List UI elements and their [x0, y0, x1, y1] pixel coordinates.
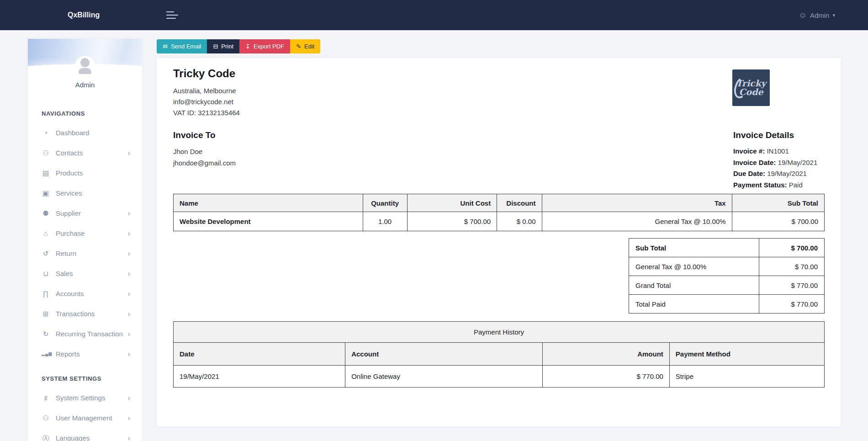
- sidebar-item-purchase[interactable]: ⌂ Purchase ›: [28, 223, 142, 243]
- accounts-icon: ∏: [42, 290, 50, 297]
- sidebar-item-supplier[interactable]: ⚉ Supplier ›: [28, 203, 142, 223]
- admin-dropdown-label: Admin: [810, 11, 830, 19]
- col-header-account: Account: [345, 343, 543, 366]
- caret-down-icon: ▾: [832, 12, 835, 18]
- col-header-unit-cost: Unit Cost: [407, 194, 497, 212]
- sidebar-item-transactions[interactable]: ⊞ Transactions ›: [28, 303, 142, 324]
- payment-date: 19/May/2021: [174, 366, 345, 388]
- col-header-amount: Amount: [542, 343, 669, 366]
- sidebar-item-accounts[interactable]: ∏ Accounts ›: [28, 283, 142, 303]
- payment-amount: $ 770.00: [542, 366, 669, 388]
- top-navbar: QxBilling ☺ Admin ▾: [0, 0, 868, 30]
- item-name: Website Development: [174, 212, 363, 231]
- sidebar-item-products[interactable]: ▤ Products: [28, 163, 142, 183]
- sidebar-item-contacts[interactable]: ⚇ Contacts ›: [28, 143, 142, 163]
- col-header-quantity: Quantity: [363, 194, 407, 212]
- contacts-icon: ⚇: [42, 149, 50, 156]
- payment-history-table: Payment History Date Account Amount Paym…: [173, 321, 825, 388]
- sidebar-item-sales[interactable]: ⊔ Sales ›: [28, 263, 142, 283]
- export-pdf-icon: ↧: [245, 43, 250, 49]
- supplier-icon: ⚉: [42, 210, 50, 217]
- edit-icon: ✎: [296, 43, 301, 49]
- purchase-icon: ⌂: [42, 230, 50, 237]
- item-row: Website Development 1.00 $ 700.00 $ 0.00…: [174, 212, 825, 231]
- sales-icon: ⊔: [42, 270, 50, 277]
- chevron-right-icon: ›: [127, 414, 130, 422]
- invoice-to-block: Invoice To Jhon Doe jhondoe@gmail.com: [173, 130, 236, 169]
- company-logo: Tricky Code: [732, 69, 770, 106]
- company-location: Australia, Melbourne: [173, 85, 240, 96]
- dashboard-icon: ◔: [42, 129, 50, 136]
- sidebar-item-recurring-transaction[interactable]: ↻ Recurring Transaction ›: [28, 324, 142, 344]
- return-icon: ↺: [42, 250, 50, 257]
- item-tax: General Tax @ 10.00%: [542, 212, 732, 231]
- export-pdf-button[interactable]: ↧ Export PDF: [239, 39, 290, 53]
- chevron-right-icon: ›: [127, 250, 130, 257]
- sidebar-item-languages[interactable]: Ⓐ Languages ›: [28, 428, 142, 441]
- chevron-right-icon: ›: [127, 394, 130, 402]
- reports-icon: ▂▄▆: [42, 352, 50, 356]
- payment-method: Stripe: [669, 366, 824, 388]
- chevron-right-icon: ›: [127, 434, 130, 441]
- profile-name: Admin: [28, 81, 142, 89]
- payment-status-value: Paid: [789, 181, 803, 189]
- chevron-right-icon: ›: [127, 310, 130, 318]
- col-header-date: Date: [174, 343, 345, 366]
- invoice-details-title: Invoice Details: [733, 130, 839, 140]
- print-icon: ⊟: [213, 43, 218, 49]
- avatar: [75, 56, 95, 76]
- brand-logo[interactable]: QxBilling: [68, 11, 100, 19]
- recurring-transaction-icon: ↻: [42, 330, 50, 337]
- item-sub-total: $ 700.00: [732, 212, 824, 231]
- customer-email: jhondoe@gmail.com: [173, 157, 236, 169]
- invoice-date: Invoice Date: 19/May/2021: [733, 157, 839, 169]
- sidebar-item-dashboard[interactable]: ◔ Dashboard: [28, 122, 142, 143]
- profile-header-banner: [28, 39, 142, 71]
- col-header-tax: Tax: [542, 194, 732, 212]
- user-management-icon: ⚇: [42, 414, 50, 421]
- invoice-action-toolbar: ✉ Send Email ⊟ Print ↧ Export PDF ✎ Edit: [157, 39, 320, 53]
- sidebar-item-reports[interactable]: ▂▄▆ Reports ›: [28, 344, 142, 364]
- invoice-details-block: Invoice Details Invoice #: IN1001 Invoic…: [733, 130, 839, 191]
- chevron-right-icon: ›: [127, 209, 130, 217]
- invoice-totals-table: Sub Total $ 700.00 General Tax @ 10.00% …: [629, 238, 825, 313]
- sidebar-item-system-settings[interactable]: ♯ System Settings ›: [28, 388, 142, 408]
- send-email-icon: ✉: [163, 43, 168, 49]
- payment-row: 19/May/2021 Online Gateway $ 770.00 Stri…: [174, 366, 825, 388]
- totals-row-grand-total: Grand Total $ 770.00: [629, 276, 825, 295]
- transactions-icon: ⊞: [42, 310, 50, 317]
- chevron-right-icon: ›: [127, 149, 130, 157]
- company-vat: VAT ID: 32132135464: [173, 107, 240, 118]
- item-discount: $ 0.00: [497, 212, 542, 231]
- chevron-right-icon: ›: [127, 270, 130, 277]
- company-email: info@trickycode.net: [173, 96, 240, 107]
- sidebar-item-services[interactable]: ▣ Services: [28, 183, 142, 203]
- products-icon: ▤: [42, 170, 50, 176]
- totals-row-total-paid: Total Paid $ 770.00: [629, 295, 825, 313]
- sidebar-item-user-management[interactable]: ⚇ User Management ›: [28, 408, 142, 428]
- hamburger-menu-icon[interactable]: [166, 11, 178, 19]
- company-name: Tricky Code: [173, 67, 240, 80]
- invoice-number: Invoice #: IN1001: [733, 146, 839, 157]
- invoice-card: Tricky Code Australia, Melbourne info@tr…: [157, 58, 841, 426]
- totals-row-sub-total: Sub Total $ 700.00: [629, 239, 825, 257]
- sidebar-item-return[interactable]: ↺ Return ›: [28, 243, 142, 263]
- send-email-button[interactable]: ✉ Send Email: [157, 39, 207, 53]
- col-header-payment-method: Payment Method: [669, 343, 824, 366]
- due-date: Due Date: 19/May/2021: [733, 168, 839, 180]
- col-header-sub-total: Sub Total: [732, 194, 824, 212]
- services-icon: ▣: [42, 190, 50, 197]
- print-button[interactable]: ⊟ Print: [207, 39, 239, 53]
- chevron-right-icon: ›: [127, 229, 130, 237]
- invoice-items-table: Name Quantity Unit Cost Discount Tax Sub…: [173, 194, 825, 231]
- item-unit-cost: $ 700.00: [407, 212, 497, 231]
- item-quantity: 1.00: [363, 212, 407, 231]
- invoice-to-title: Invoice To: [173, 130, 236, 140]
- sidebar: Admin Navigations ◔ Dashboard ⚇ Contacts…: [28, 39, 142, 441]
- chevron-right-icon: ›: [127, 330, 130, 338]
- languages-icon: Ⓐ: [42, 435, 50, 441]
- edit-button[interactable]: ✎ Edit: [290, 39, 320, 53]
- admin-dropdown[interactable]: ☺ Admin ▾: [799, 11, 835, 19]
- chevron-right-icon: ›: [127, 290, 130, 298]
- col-header-discount: Discount: [497, 194, 542, 212]
